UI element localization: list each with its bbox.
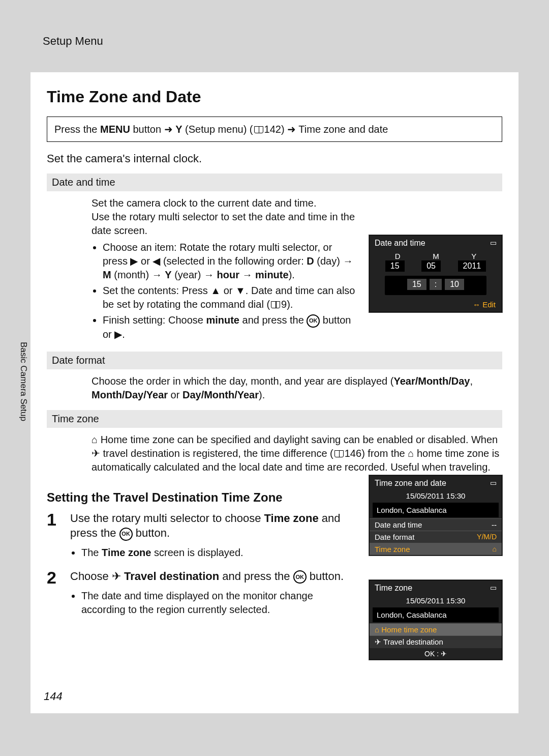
ok-icon: OK [119, 528, 133, 541]
sec1-p1: Set the camera clock to the current date… [92, 196, 356, 210]
ok-icon: OK [293, 570, 307, 584]
battery-icon: ▭ [490, 479, 497, 487]
nav-path: Press the MENU button ➜ Y (Setup menu) (… [47, 117, 502, 142]
sec1-bullet2: Set the contents: Press ▲ or ▼. Date and… [103, 284, 356, 311]
intro-text: Set the camera's internal clock. [47, 152, 502, 165]
sec3-body: ⌂ Home time zone can be specified and da… [47, 428, 502, 479]
book-icon [334, 450, 344, 457]
lcd-time-zone-date: Time zone and date▭ 15/05/2011 15:30 Lon… [369, 475, 502, 556]
book-icon [271, 301, 280, 308]
sec1-bullet1: Choose an item: Rotate the rotary multi … [103, 241, 356, 282]
ok-icon: OK [307, 314, 320, 328]
section-header-date-time: Date and time [47, 173, 502, 191]
side-caption: Basic Camera Setup [18, 342, 28, 421]
section-header-date-format: Date format [47, 352, 502, 369]
lcd3-footer: OK : ✈ [370, 648, 502, 659]
lcd3-item-home: ⌂ Home time zone [370, 623, 502, 635]
lcd-date-time: Date and time▭ DMY 15052011 15:10 ↔ Edit [369, 235, 502, 312]
lcd2-item-date-time: Date and time-- [370, 518, 502, 531]
page-number: 144 [44, 690, 63, 703]
lcd3-item-travel: ✈ Travel destination [370, 635, 502, 648]
lcd1-title: Date and time [375, 239, 425, 247]
lcd-time-zone: Time zone▭ 15/05/2011 15:30 London, Casa… [369, 580, 502, 660]
lcd3-title: Time zone [375, 584, 412, 592]
lcd2-title: Time zone and date [375, 479, 446, 487]
battery-icon: ▭ [490, 584, 497, 592]
book-icon [254, 126, 263, 133]
section-header-time-zone: Time zone [47, 410, 502, 428]
battery-icon: ▭ [490, 239, 497, 247]
breadcrumb: Setup Menu [43, 35, 518, 48]
sec2-body: Choose the order in which the day, month… [47, 369, 502, 407]
lcd2-item-date-format: Date formatY/M/D [370, 531, 502, 543]
page-title: Time Zone and Date [47, 88, 502, 106]
menu-label: MENU [100, 124, 130, 135]
sec1-p2: Use the rotary multi selector to set the… [92, 210, 356, 238]
lcd1-edit: ↔ Edit [370, 300, 502, 312]
sec1-bullet3: Finish setting: Choose minute and press … [103, 313, 356, 341]
lcd2-item-time-zone: Time zone⌂ [370, 543, 502, 555]
wrench-icon: Y [175, 124, 182, 135]
